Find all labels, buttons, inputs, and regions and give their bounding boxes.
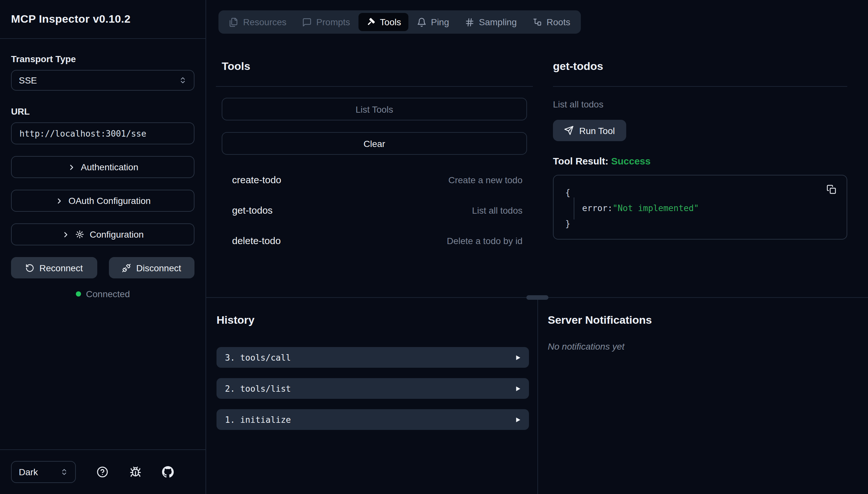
clear-button[interactable]: Clear (222, 132, 527, 155)
unplug-icon (122, 263, 131, 272)
list-tools-button[interactable]: List Tools (222, 98, 527, 120)
server-notifications-title: Server Notifications (548, 314, 868, 327)
theme-select[interactable]: Dark (11, 461, 76, 483)
tab-sampling[interactable]: Sampling (458, 13, 524, 31)
theme-value: Dark (19, 467, 38, 477)
history-title: History (217, 314, 529, 327)
horizontal-split-divider (206, 297, 868, 298)
tool-result-status: Success (611, 155, 651, 166)
tool-result-label: Tool Result: (553, 155, 608, 166)
url-label: URL (11, 106, 195, 116)
tool-result-line: Tool Result: Success (553, 155, 847, 166)
connection-buttons: Reconnect Disconnect (11, 257, 195, 279)
help-circle-icon[interactable] (97, 466, 109, 478)
history-item-initialize[interactable]: 1. initialize (217, 409, 529, 430)
tab-tools-label: Tools (380, 17, 401, 27)
connected-dot-icon (75, 291, 81, 297)
sidebar-body: Transport Type SSE URL http://localhost:… (0, 39, 205, 303)
disconnect-label: Disconnect (136, 263, 181, 273)
tab-ping[interactable]: Ping (409, 13, 456, 31)
sidebar-footer: Dark (0, 449, 205, 494)
chevron-right-icon (62, 230, 70, 239)
top-pane: Resources Prompts Tools (206, 0, 868, 297)
tab-sampling-label: Sampling (479, 17, 517, 27)
tool-name: get-todos (232, 205, 273, 215)
rotate-ccw-icon (25, 263, 34, 272)
sidebar-header: MCP Inspector v0.10.2 (0, 0, 205, 39)
sidebar-spacer (0, 303, 205, 449)
send-icon (564, 126, 574, 135)
history-item-tools-list[interactable]: 2. tools/list (217, 378, 529, 399)
split-drag-handle[interactable] (526, 295, 548, 300)
oauth-configuration-label: OAuth Configuration (68, 195, 151, 206)
tool-description: List all todos (472, 205, 523, 215)
tab-roots-label: Roots (546, 17, 570, 27)
reconnect-button[interactable]: Reconnect (11, 257, 97, 279)
divider (216, 86, 533, 87)
tab-bar: Resources Prompts Tools (218, 11, 580, 34)
chevron-right-icon (67, 163, 75, 171)
reconnect-label: Reconnect (39, 263, 83, 273)
transport-type-select[interactable]: SSE (11, 70, 195, 91)
tool-name: delete-todo (232, 235, 281, 246)
app-window: MCP Inspector v0.10.2 Transport Type SSE… (0, 0, 868, 494)
url-input[interactable]: http://localhost:3001/sse (11, 122, 195, 145)
hash-icon (465, 17, 474, 27)
footer-icons (76, 466, 195, 478)
notifications-empty-text: No notifications yet (548, 341, 868, 352)
authentication-label: Authentication (81, 162, 138, 172)
tool-row-delete-todo[interactable]: delete-todo Delete a todo by id (216, 235, 533, 246)
configuration-accordion[interactable]: Configuration (11, 223, 195, 245)
server-notifications-panel: Server Notifications No notifications ye… (538, 298, 868, 494)
tool-description: Create a new todo (448, 174, 523, 185)
history-item-label: 1. initialize (225, 415, 291, 424)
tab-resources[interactable]: Resources (222, 13, 294, 31)
tab-roots[interactable]: Roots (525, 13, 577, 31)
authentication-accordion[interactable]: Authentication (11, 156, 195, 178)
chevrons-up-down-icon (179, 76, 187, 84)
oauth-configuration-accordion[interactable]: OAuth Configuration (11, 190, 195, 212)
disconnect-button[interactable]: Disconnect (109, 257, 195, 279)
configuration-label: Configuration (90, 229, 144, 240)
message-square-icon (302, 17, 312, 27)
chevron-right-icon (55, 196, 63, 205)
history-panel: History 3. tools/call 2. tools/list 1. i… (206, 298, 537, 494)
url-value: http://localhost:3001/sse (19, 129, 146, 138)
bug-icon[interactable] (129, 466, 141, 478)
bell-icon (416, 17, 426, 27)
tab-prompts-label: Prompts (317, 17, 350, 27)
divider (553, 86, 847, 87)
tool-name: create-todo (232, 174, 281, 185)
tool-row-get-todos[interactable]: get-todos List all todos (216, 205, 533, 215)
top-columns: Tools List Tools Clear create-todo Creat… (206, 34, 868, 246)
expand-triangle-icon (514, 416, 521, 423)
connection-status: Connected (11, 285, 195, 303)
main-area: Resources Prompts Tools (206, 0, 868, 494)
json-value: "Not implemented" (613, 203, 699, 213)
run-tool-label: Run Tool (579, 125, 615, 136)
expand-triangle-icon (514, 385, 521, 392)
tool-result-json: { error:"Not implemented" } (553, 175, 847, 240)
tool-description: Delete a todo by id (447, 235, 523, 246)
gear-icon (75, 230, 85, 239)
history-item-label: 2. tools/list (225, 384, 291, 393)
history-item-tools-call[interactable]: 3. tools/call (217, 347, 529, 368)
tab-tools[interactable]: Tools (359, 13, 408, 31)
connection-status-text: Connected (86, 289, 130, 299)
transport-type-label: Transport Type (11, 54, 195, 64)
tools-panel-title: Tools (216, 60, 533, 73)
json-error-line: error:"Not implemented" (565, 201, 835, 216)
json-key: error: (582, 203, 613, 213)
run-tool-button[interactable]: Run Tool (553, 120, 626, 141)
github-icon[interactable] (162, 466, 174, 478)
copy-icon[interactable] (827, 185, 836, 194)
json-open-brace: { (565, 185, 835, 201)
tab-prompts[interactable]: Prompts (295, 13, 357, 31)
selected-tool-title: get-todos (553, 60, 847, 73)
app-title: MCP Inspector v0.10.2 (11, 13, 131, 25)
tree-branch-icon (532, 17, 542, 27)
tab-resources-label: Resources (243, 17, 287, 27)
history-item-label: 3. tools/call (225, 353, 291, 362)
sidebar: MCP Inspector v0.10.2 Transport Type SSE… (0, 0, 206, 494)
tool-row-create-todo[interactable]: create-todo Create a new todo (216, 174, 533, 185)
